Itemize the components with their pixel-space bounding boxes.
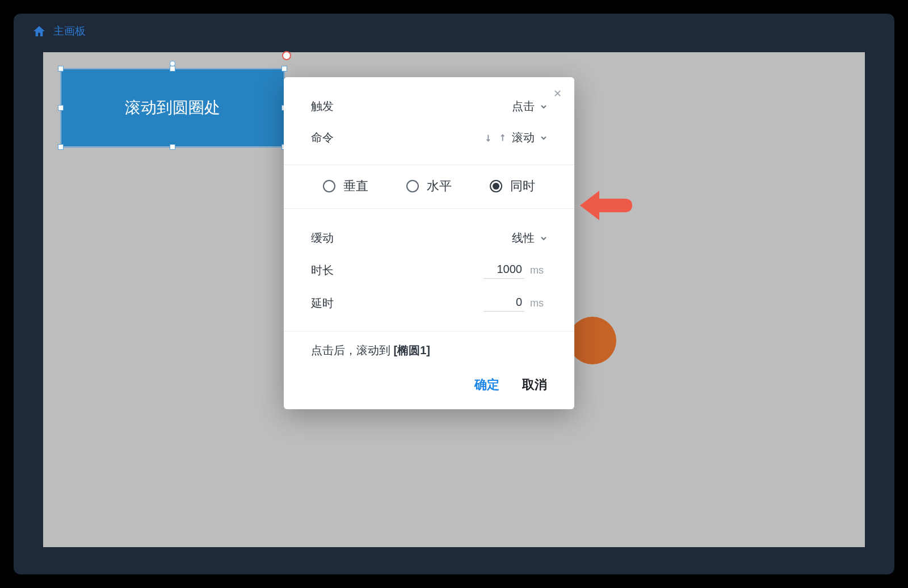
- selected-button-element[interactable]: 滚动到圆圈处: [61, 69, 284, 146]
- duration-input[interactable]: [484, 262, 524, 279]
- close-button[interactable]: ✕: [550, 85, 565, 102]
- summary-target: [椭圆1]: [394, 344, 430, 356]
- interaction-popover: ✕ 触发 点击 命令 滚动: [284, 77, 574, 409]
- cancel-button[interactable]: 取消: [522, 376, 547, 393]
- summary-prefix: 点击后，滚动到: [311, 344, 394, 356]
- ok-button[interactable]: 确定: [474, 376, 499, 393]
- radio-circle-icon: [406, 180, 419, 192]
- delay-unit: ms: [530, 297, 547, 309]
- command-label: 命令: [311, 130, 334, 145]
- duration-unit: ms: [530, 264, 547, 276]
- delay-input[interactable]: [484, 295, 524, 312]
- easing-row[interactable]: 缓动 线性: [311, 222, 547, 254]
- home-icon: [33, 26, 45, 37]
- trigger-row[interactable]: 触发 点击: [311, 91, 547, 122]
- dialog-actions: 确定 取消: [284, 364, 574, 409]
- breadcrumb[interactable]: 主画板: [14, 14, 894, 44]
- selected-element-text: 滚动到圆圈处: [125, 97, 220, 119]
- radio-circle-icon: [323, 180, 335, 192]
- chevron-down-icon: [540, 135, 547, 141]
- breadcrumb-label: 主画板: [53, 24, 86, 39]
- delay-label: 延时: [311, 296, 334, 311]
- trigger-label: 触发: [311, 99, 334, 114]
- radio-vertical[interactable]: 垂直: [323, 178, 368, 195]
- origin-handle[interactable]: [170, 61, 175, 66]
- interaction-link-anchor[interactable]: [282, 51, 291, 60]
- command-row[interactable]: 命令 滚动: [311, 122, 547, 153]
- duration-row: 时长 ms: [311, 254, 547, 287]
- trigger-value: 点击: [512, 99, 535, 114]
- command-value: 滚动: [512, 130, 535, 145]
- chevron-down-icon: [540, 103, 547, 110]
- app-frame: 主画板 滚动到圆圈处 ✕ 触发 点击: [14, 14, 894, 574]
- section-trigger: 触发 点击 命令 滚动: [284, 77, 574, 165]
- delay-row: 延时 ms: [311, 287, 547, 320]
- chevron-down-icon: [540, 235, 547, 242]
- easing-value: 线性: [512, 230, 535, 246]
- target-ellipse[interactable]: [569, 317, 616, 364]
- scroll-swap-icon: [485, 133, 506, 143]
- radio-horizontal[interactable]: 水平: [406, 178, 452, 195]
- summary-text: 点击后，滚动到 [椭圆1]: [284, 331, 574, 364]
- radio-both[interactable]: 同时: [490, 178, 535, 195]
- duration-label: 时长: [311, 263, 334, 278]
- section-timing: 缓动 线性 时长 ms 延时 ms: [284, 209, 574, 331]
- direction-radio-group: 垂直 水平 同时: [284, 165, 574, 209]
- radio-label: 同时: [510, 178, 535, 195]
- radio-circle-icon: [490, 180, 502, 192]
- easing-label: 缓动: [311, 230, 334, 246]
- radio-label: 水平: [427, 178, 452, 195]
- radio-label: 垂直: [343, 178, 368, 195]
